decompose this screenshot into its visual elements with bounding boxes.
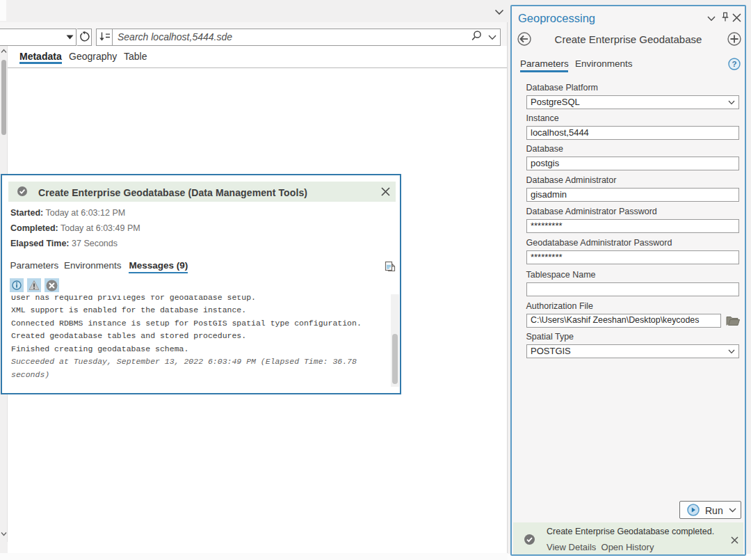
svg-text:?: ? [732,60,736,68]
